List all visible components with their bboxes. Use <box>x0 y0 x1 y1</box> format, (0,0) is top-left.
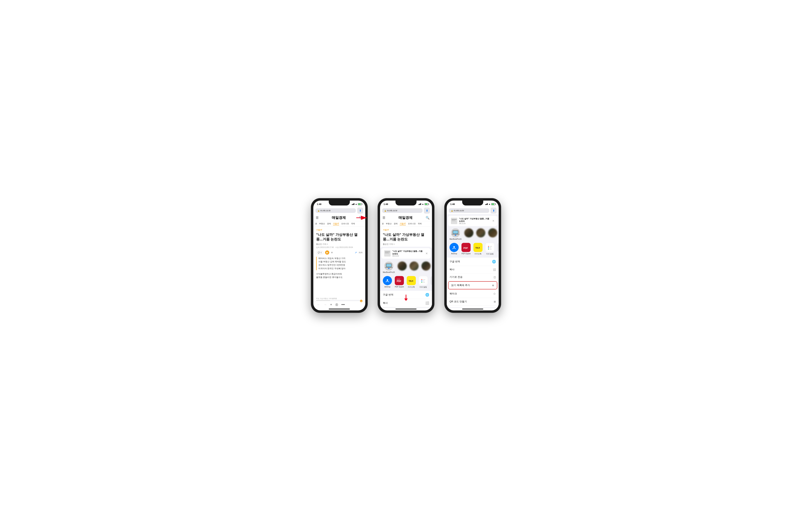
app-reminder-2[interactable]: 미리 알림 <box>418 276 428 288</box>
cat-2-opinion[interactable]: 오피니언 <box>408 222 416 225</box>
app-more-2[interactable]: ••• W <box>431 276 432 288</box>
app-airdrop-2[interactable]: AirDrop <box>383 276 392 288</box>
share-button-2[interactable]: ⬆ <box>424 208 430 214</box>
preview-thumb-2 <box>384 250 390 257</box>
status-icons-2: ▲ <box>418 203 429 205</box>
svg-text:TALK: TALK <box>475 247 480 249</box>
status-icons-3: ▲ <box>485 203 495 205</box>
highlighted-reading-list[interactable]: 읽기 목록에 추가 ⊕ <box>448 281 497 289</box>
phone-2: 1:48 ▲ <box>378 199 434 312</box>
tabs-btn-1[interactable]: 8 <box>336 304 338 306</box>
app-airdrop-3[interactable]: AirDrop <box>450 243 459 255</box>
preview-url-3: mk.co.kr <box>459 222 490 224</box>
url-bar-1[interactable]: 🔒 m.mk.co.kr ⬆ <box>313 207 365 214</box>
pdf-icon-3: PDF <box>461 243 471 252</box>
macbook-avatar-3 <box>451 228 460 237</box>
back-btn-1[interactable]: ← <box>317 303 320 306</box>
kakao-icon-3: TALK <box>473 243 483 252</box>
hamburger-2[interactable]: ☰ <box>382 216 385 220</box>
app-kakao-3[interactable]: TALK 카카오톡 <box>473 243 483 255</box>
home-indicator-1 <box>329 309 350 309</box>
app-reminder-3[interactable]: 미리 알림 <box>485 243 494 255</box>
send-label-3: 기기로 전송 <box>450 275 494 279</box>
time-2: 1:48 <box>383 203 388 206</box>
bottom-nav-1: ← → + 8 ••• <box>313 301 365 308</box>
phone-2-screen: 1:48 ▲ <box>380 201 432 310</box>
comment-btn-1[interactable]: 💬 2 <box>316 251 323 254</box>
svg-rect-28 <box>452 220 455 220</box>
kakao-label-2: 카카오톡 <box>408 286 415 288</box>
svg-point-43 <box>488 249 489 249</box>
forward-btn-1[interactable]: → <box>323 303 327 306</box>
menu-send-3[interactable]: 기기로 전송 ◫ <box>447 273 499 281</box>
menu-qr-3[interactable]: QR 코드 만들기 ⊞ <box>447 298 499 305</box>
font-size-1[interactable]: 가가 <box>358 251 362 254</box>
add-tab-btn-1[interactable]: + <box>330 303 332 306</box>
cat-2-biz[interactable]: 기업·IT <box>400 222 406 225</box>
settings-btn-1[interactable]: ⚙ <box>331 251 333 254</box>
cat-2-global[interactable]: 국제 <box>418 222 422 225</box>
cat-2-gwon[interactable]: 권 <box>382 222 384 225</box>
apps-row-3: AirDrop PDF PDF Expert <box>447 242 499 257</box>
url-bar-2[interactable]: 🔒 m.mk.co.kr ⬆ <box>380 207 432 214</box>
svg-rect-44 <box>490 246 492 247</box>
translate-label-3: 구글 번역 <box>450 260 492 263</box>
cat-tab-opinion[interactable]: 오피니언 <box>341 222 349 225</box>
copy-icon-2: ⬜ <box>425 301 429 305</box>
kakao-icon-2: TALK <box>407 276 416 285</box>
menu-copy-3[interactable]: 복사 ⬜ <box>447 266 499 273</box>
phone-2-wrapper: 1:48 ▲ <box>378 199 434 312</box>
copy-label-3: 복사 <box>450 268 493 271</box>
app-pdf-2[interactable]: PDF PDF Expert <box>395 276 404 288</box>
url-input-1[interactable]: 🔒 m.mk.co.kr <box>315 208 356 213</box>
share-button-1[interactable]: ⬆ <box>357 208 363 214</box>
contact-macbook-3[interactable]: MacBookPro15 <box>450 228 461 240</box>
contact-blur-2-3[interactable] <box>476 228 485 240</box>
app-pdf-3[interactable]: PDF PDF Expert <box>461 243 471 255</box>
close-share-2[interactable]: ✕ <box>426 252 428 255</box>
url-input-3[interactable]: 🔒 m.mk.co.kr <box>449 208 489 213</box>
contact-macbook-2[interactable]: MacBookPro15 <box>383 262 395 273</box>
cat-tab-economy[interactable]: 경제 <box>327 222 331 225</box>
article-category-2: 기업·IT <box>383 229 429 231</box>
reminder-label-2: 미리 알림 <box>419 286 427 288</box>
listen-btn-1[interactable]: ▶ <box>325 250 329 254</box>
article-body-1: 수익불투명하고 환금어려워 플랫폼 흔들리면 휴지될수도 <box>316 272 362 279</box>
scroll-up-1[interactable]: ▲ <box>360 300 362 302</box>
share-button-3[interactable]: ⬆ <box>491 208 497 214</box>
url-bar-3[interactable]: 🔒 m.mk.co.kr ⬆ <box>447 207 499 214</box>
contact-blur-2-2[interactable] <box>409 262 418 273</box>
cat-tab-biz[interactable]: 기업·IT <box>333 222 339 225</box>
signal-2 <box>418 203 421 205</box>
home-indicator-3 <box>462 309 483 309</box>
menu-bookmark-3[interactable]: 북마크 ☆ <box>447 290 499 298</box>
contact-blur-1-3[interactable] <box>464 228 473 240</box>
svg-point-35 <box>454 246 455 248</box>
reminder-icon-2 <box>418 276 428 285</box>
macbook-name-3: MacBookPro15 <box>450 238 461 240</box>
menu-translate-3[interactable]: 구글 번역 🌐 <box>447 258 499 266</box>
more-btn-1[interactable]: ••• <box>341 303 345 306</box>
menu-find-3[interactable]: 페이지에서 찾기 Ⓐ <box>447 305 499 307</box>
contact-blur-3-3[interactable] <box>488 228 497 240</box>
hamburger-1[interactable]: ☰ <box>316 216 319 220</box>
article-section-1: 기업·IT "나도 살까" 가상부동산 열풍...거품 논란도 황순민 기자 >… <box>313 227 365 297</box>
app-kakao-2[interactable]: TALK 카카오톡 <box>407 276 416 288</box>
cat-tab-property[interactable]: 부동산 <box>319 222 325 225</box>
qr-label-3: QR 코드 만들기 <box>450 300 494 303</box>
cat-2-economy[interactable]: 경제 <box>394 222 398 225</box>
article-author-1[interactable]: 황순민 기자 > <box>316 243 362 245</box>
search-btn-2[interactable]: 🔍 <box>426 216 430 220</box>
cat-tab-global[interactable]: 국제 <box>351 222 355 225</box>
article-author-2[interactable]: 황순민 기자 > <box>383 243 429 245</box>
close-share-3[interactable]: ✕ <box>492 219 494 222</box>
cat-tab-gwon[interactable]: 권 <box>315 222 317 225</box>
app-more-3[interactable]: ••• W <box>497 243 499 255</box>
notch-1 <box>329 201 350 206</box>
contact-blur-3-2[interactable] <box>422 262 431 273</box>
menu-reading-3[interactable]: 읽기 목록에 추가 ⊕ <box>448 282 497 289</box>
url-input-2[interactable]: 🔒 m.mk.co.kr <box>382 208 423 213</box>
contact-blur-1-2[interactable] <box>398 262 407 273</box>
cat-2-property[interactable]: 부동산 <box>386 222 392 225</box>
share-link-1[interactable]: ↗ <box>355 251 357 254</box>
